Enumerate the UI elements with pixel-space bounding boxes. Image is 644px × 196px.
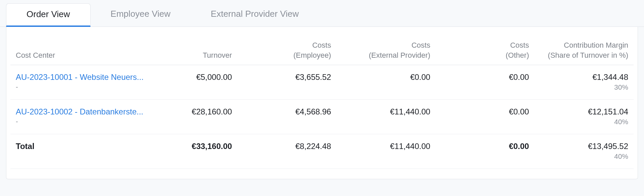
total-margin: €13,495.52 40% xyxy=(534,134,634,169)
total-costs-other: €0.00 xyxy=(436,134,534,169)
header-costs-other: Costs (Other) xyxy=(436,37,534,65)
cost-center-sub: - xyxy=(16,83,162,91)
total-turnover: €33,160.00 xyxy=(167,134,237,169)
cost-center-sub: - xyxy=(16,118,162,126)
cost-center-link[interactable]: AU-2023-10002 - Datenbankerste... xyxy=(16,107,162,116)
content-panel: Cost Center Turnover Costs (Employee) Co… xyxy=(6,27,638,179)
header-costs-employee: Costs (Employee) xyxy=(237,37,337,65)
header-margin: Contribution Margin (Share of Turnover i… xyxy=(534,37,634,65)
cell-costs-other: €0.00 xyxy=(436,65,534,100)
table-row: AU-2023-10002 - Datenbankerste... - €28,… xyxy=(10,100,634,134)
table-row: AU-2023-10001 - Website Neuers... - €5,0… xyxy=(10,65,634,100)
cell-margin: €1,344.48 30% xyxy=(534,65,634,100)
cell-costs-employee: €4,568.96 xyxy=(237,100,337,134)
cell-costs-employee: €3,655.52 xyxy=(237,65,337,100)
cell-costs-other: €0.00 xyxy=(436,100,534,134)
cell-costs-external: €11,440.00 xyxy=(336,100,436,134)
header-costs-external: Costs (External Provider) xyxy=(336,37,436,65)
table-header-row: Cost Center Turnover Costs (Employee) Co… xyxy=(10,37,634,65)
tab-order-view[interactable]: Order View xyxy=(6,3,91,27)
total-costs-employee: €8,224.48 xyxy=(237,134,337,169)
cost-center-table: Cost Center Turnover Costs (Employee) Co… xyxy=(10,37,634,169)
cell-costs-external: €0.00 xyxy=(336,65,436,100)
total-costs-external: €11,440.00 xyxy=(336,134,436,169)
cell-margin: €12,151.04 40% xyxy=(534,100,634,134)
cell-turnover: €28,160.00 xyxy=(167,100,237,134)
header-cost-center: Cost Center xyxy=(10,37,167,65)
tabs-bar: Order View Employee View External Provid… xyxy=(0,0,644,27)
cost-center-link[interactable]: AU-2023-10001 - Website Neuers... xyxy=(16,72,162,82)
table-total-row: Total €33,160.00 €8,224.48 €11,440.00 €0… xyxy=(10,134,634,169)
tab-employee-view[interactable]: Employee View xyxy=(91,3,191,27)
tab-external-provider-view[interactable]: External Provider View xyxy=(191,3,319,27)
total-label: Total xyxy=(10,134,167,169)
header-turnover: Turnover xyxy=(167,37,237,65)
cell-turnover: €5,000.00 xyxy=(167,65,237,100)
